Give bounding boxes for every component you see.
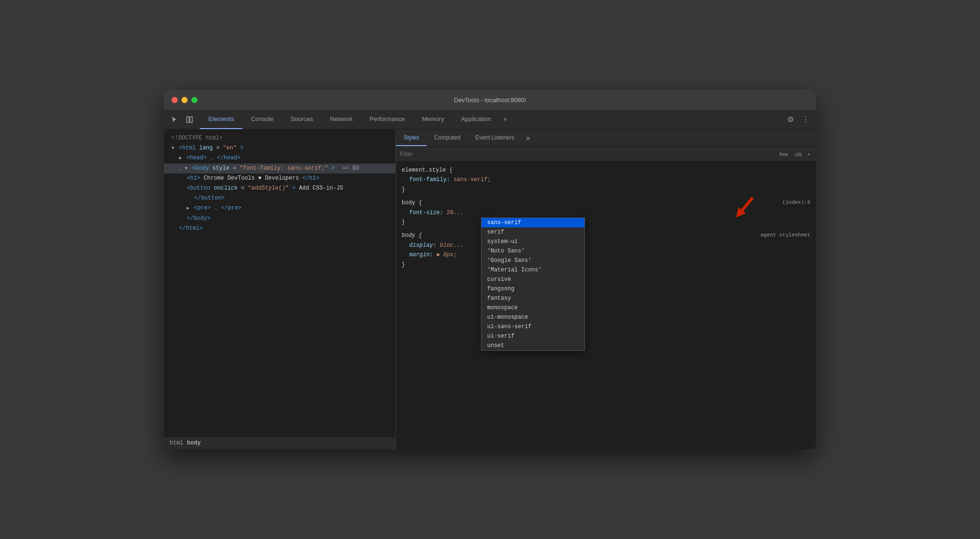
body-selected-line[interactable]: … ▼ <body style = "font-family: sans-ser… (164, 164, 395, 174)
traffic-lights (172, 97, 198, 103)
title-bar: DevTools - localhost:8080/ (164, 90, 816, 110)
autocomplete-item-serif[interactable]: serif (481, 227, 585, 237)
tab-bar: Elements Console Sources Network Perform… (164, 110, 816, 130)
autocomplete-item-google-sans[interactable]: 'Google Sans' (481, 256, 585, 265)
body-fontsize-body: font-size: 20... (402, 208, 810, 217)
body-agent-rule: body { agent stylesheet display: bloc...… (396, 229, 816, 271)
margin-prop-line: margin: ▶ 8px; (409, 250, 810, 260)
settings-icon[interactable]: ⚙ (784, 113, 797, 126)
button-line[interactable]: <button onclick = "addStyle()" > Add CSS… (164, 183, 395, 193)
autocomplete-item-unset[interactable]: unset (481, 341, 585, 350)
breadcrumb: html body (164, 436, 395, 449)
h1-line[interactable]: <h1> Chrome DevTools ♥ Developers </h1> (164, 174, 395, 183)
pre-line[interactable]: ▶ <pre> … </pre> (164, 203, 395, 213)
layers-icon[interactable] (183, 113, 196, 126)
close-button[interactable] (172, 97, 178, 103)
triangle-right-icon: ▶ (179, 156, 182, 161)
body-fontsize-source: (index):8 (782, 198, 810, 207)
triangle-pre-icon: ▶ (187, 206, 189, 211)
body-agent-close: } (402, 260, 810, 270)
more-options-icon[interactable]: ⋮ (799, 113, 812, 126)
breadcrumb-body[interactable]: body (187, 440, 201, 446)
autocomplete-item-sans-serif[interactable]: sans-serif (481, 218, 585, 227)
body-close-line[interactable]: </body> (164, 214, 395, 224)
autocomplete-item-ui-sans-serif[interactable]: ui-sans-serif (481, 322, 585, 331)
styles-tabs-more[interactable]: » (522, 130, 534, 146)
tab-memory[interactable]: Memory (413, 110, 453, 129)
autocomplete-item-noto-sans[interactable]: 'Noto Sans' (481, 246, 585, 256)
minimize-button[interactable] (181, 97, 188, 103)
html-open-line[interactable]: ▼ <html lang = "en" > (164, 143, 395, 153)
element-style-body: font-family: sans-serif; (402, 175, 810, 184)
filter-actions: :hov .cls + (776, 150, 812, 158)
tab-more[interactable]: » (499, 110, 510, 129)
svg-rect-1 (190, 117, 192, 122)
tab-bar-left-icons (164, 110, 200, 129)
autocomplete-dropdown[interactable]: sans-serif serif system-ui 'Noto Sans' '… (481, 217, 585, 351)
tab-console[interactable]: Console (242, 110, 282, 129)
breadcrumb-html[interactable]: html (170, 440, 183, 446)
tab-event-listeners[interactable]: Event Listeners (468, 130, 522, 146)
element-style-selector: element.style { (402, 165, 810, 175)
dom-panel: <!DOCTYPE html> ▼ <html lang = "en" > ▶ … (164, 130, 395, 449)
tab-bar-right-icons: ⚙ ⋮ (780, 110, 816, 129)
window-title: DevTools - localhost:8080/ (454, 96, 526, 104)
styles-tab-bar: Styles Computed Event Listeners » (396, 130, 816, 147)
body-fontsize-selector: body { (index):8 (402, 198, 810, 208)
html-close-line[interactable]: </html> (164, 224, 395, 234)
triangle-down-icon: ▼ (185, 166, 188, 171)
tab-performance[interactable]: Performance (361, 110, 413, 129)
styles-filter-input[interactable] (400, 151, 776, 157)
autocomplete-item-fangsong[interactable]: fangsong (481, 284, 585, 294)
tab-network[interactable]: Network (322, 110, 361, 129)
autocomplete-item-ui-serif[interactable]: ui-serif (481, 331, 585, 341)
main-tabs: Elements Console Sources Network Perform… (200, 110, 780, 129)
dom-tree[interactable]: <!DOCTYPE html> ▼ <html lang = "en" > ▶ … (164, 130, 395, 436)
styles-panel: Styles Computed Event Listeners » :hov .… (395, 130, 816, 449)
styles-filter-bar: :hov .cls + (396, 147, 816, 162)
tab-application[interactable]: Application (453, 110, 500, 129)
autocomplete-item-ui-monospace[interactable]: ui-monospace (481, 313, 585, 322)
body-agent-body: display: bloc... margin: ▶ 8px; (402, 241, 810, 260)
body-fontsize-rule: body { (index):8 font-size: 20... } (396, 196, 816, 229)
body-agent-selector: body { agent stylesheet (402, 231, 810, 240)
autocomplete-item-monospace[interactable]: monospace (481, 303, 585, 313)
doctype-line: <!DOCTYPE html> (164, 133, 395, 143)
tab-styles[interactable]: Styles (396, 130, 427, 146)
svg-rect-0 (187, 117, 189, 122)
cls-button[interactable]: .cls (792, 150, 804, 158)
styles-content: element.style { font-family: sans-serif;… (396, 162, 816, 449)
body-fontsize-close: } (402, 217, 810, 227)
element-style-close: } (402, 185, 810, 194)
tab-sources[interactable]: Sources (282, 110, 322, 129)
agent-source: agent stylesheet (760, 231, 810, 240)
tab-elements[interactable]: Elements (200, 110, 242, 129)
add-style-button[interactable]: + (806, 150, 812, 158)
triangle-icon: ▼ (172, 146, 174, 151)
head-line[interactable]: ▶ <head> … </head> (164, 153, 395, 163)
tab-computed[interactable]: Computed (427, 130, 468, 146)
button-close-line[interactable]: </button> (164, 193, 395, 203)
autocomplete-item-material-icons[interactable]: 'Material Icons' (481, 265, 585, 275)
main-content: <!DOCTYPE html> ▼ <html lang = "en" > ▶ … (164, 130, 816, 449)
maximize-button[interactable] (191, 97, 198, 103)
element-style-rule: element.style { font-family: sans-serif;… (396, 164, 816, 196)
autocomplete-item-cursive[interactable]: cursive (481, 275, 585, 284)
hov-button[interactable]: :hov (776, 150, 790, 158)
devtools-window: DevTools - localhost:8080/ Elements Cons… (164, 90, 816, 449)
autocomplete-item-fantasy[interactable]: fantasy (481, 294, 585, 303)
autocomplete-item-system-ui[interactable]: system-ui (481, 237, 585, 246)
display-prop-line: display: bloc... (409, 241, 810, 250)
cursor-icon[interactable] (168, 113, 181, 126)
